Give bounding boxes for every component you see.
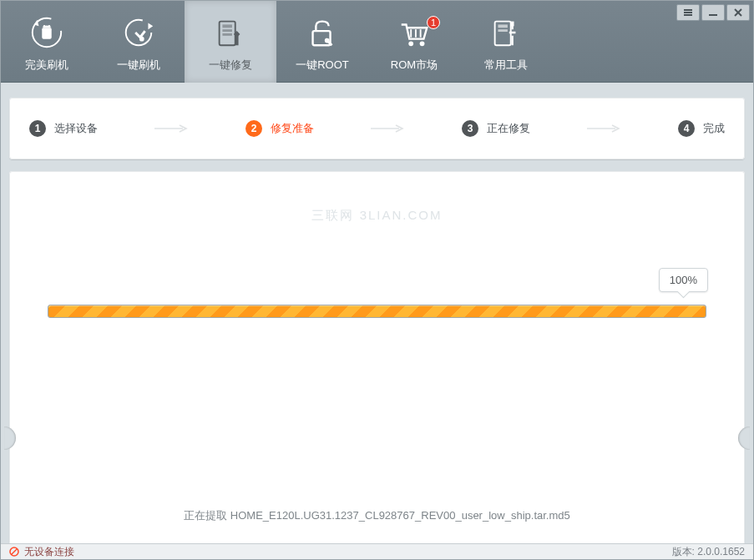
progress-fill	[48, 305, 706, 317]
nav-label: 一键刷机	[117, 58, 160, 73]
top-navbar: 完美刷机 一键刷机 一键修复 一键ROOT 1 ROM市场	[1, 1, 753, 83]
unlock-tap-icon	[304, 14, 341, 51]
step-number: 1	[29, 120, 46, 137]
version-text: 版本: 2.0.0.1652	[672, 545, 745, 559]
step-number: 3	[462, 120, 478, 137]
arrow-icon	[154, 124, 190, 133]
arrow-icon	[587, 124, 622, 133]
window-controls	[675, 4, 750, 21]
svg-rect-0	[684, 12, 692, 13]
nav-label: 一键ROOT	[296, 58, 349, 73]
main-panel: 三联网 3LIAN.COM 100% 正在提取 HOME_E120L.UG31.…	[9, 171, 745, 545]
svg-line-34	[12, 549, 18, 555]
svg-rect-18	[235, 34, 239, 45]
nav-one-key-root[interactable]: 一键ROOT	[276, 1, 368, 83]
device-wrench-icon	[212, 14, 249, 51]
step-number: 2	[245, 120, 262, 137]
svg-point-13	[139, 37, 144, 42]
step-label: 正在修复	[487, 121, 530, 136]
svg-point-11	[126, 20, 152, 46]
svg-rect-2	[684, 14, 692, 16]
svg-rect-29	[511, 22, 514, 27]
svg-rect-17	[222, 33, 231, 36]
settings-button[interactable]	[676, 4, 700, 21]
step-label: 修复准备	[271, 121, 314, 136]
refresh-tap-icon	[120, 14, 157, 51]
nav-rom-market[interactable]: 1 ROM市场	[368, 1, 460, 83]
step-select-device: 1 选择设备	[29, 120, 98, 137]
progress-percent-bubble: 100%	[659, 268, 708, 292]
nav-common-tools[interactable]: 常用工具	[460, 1, 552, 83]
step-repairing: 3 正在修复	[462, 120, 530, 137]
step-complete: 4 完成	[678, 120, 725, 137]
svg-rect-1	[684, 9, 692, 11]
device-status-text: 无设备连接	[24, 545, 74, 559]
progress-area: 100%	[48, 305, 706, 318]
svg-marker-12	[148, 23, 153, 30]
minimize-button[interactable]	[701, 4, 725, 21]
nav-one-key-repair[interactable]: 一键修复	[185, 1, 276, 83]
step-label: 选择设备	[54, 121, 98, 136]
svg-rect-28	[498, 29, 507, 32]
device-tools-icon	[488, 14, 524, 51]
nav-label: 常用工具	[484, 58, 528, 73]
status-bar: 无设备连接 版本: 2.0.0.1652	[1, 543, 753, 559]
nav-label: 完美刷机	[25, 58, 68, 73]
svg-rect-3	[709, 14, 717, 16]
nav-perfect-flash[interactable]: 完美刷机	[1, 1, 93, 83]
step-label: 完成	[703, 121, 725, 136]
svg-rect-27	[498, 24, 507, 28]
no-device-icon	[9, 547, 19, 557]
svg-rect-15	[222, 24, 231, 28]
android-refresh-icon	[28, 14, 65, 51]
close-button[interactable]	[726, 4, 750, 21]
step-number: 4	[678, 120, 695, 137]
badge-icon: 1	[427, 16, 440, 29]
svg-rect-8	[42, 28, 51, 38]
watermark-text: 三联网 3LIAN.COM	[9, 208, 745, 224]
svg-rect-19	[313, 31, 331, 45]
status-text: 正在提取 HOME_E120L.UG31.1237_CL928767_REV00…	[9, 508, 745, 523]
nav-label: 一键修复	[209, 58, 252, 73]
svg-rect-16	[222, 29, 231, 32]
step-indicator: 1 选择设备 2 修复准备 3 正在修复 4 完成	[9, 98, 745, 159]
arrow-icon	[371, 124, 406, 133]
svg-point-25	[420, 42, 425, 47]
nav-one-key-flash[interactable]: 一键刷机	[93, 1, 185, 83]
step-repair-prepare: 2 修复准备	[245, 120, 314, 137]
svg-point-24	[408, 42, 413, 47]
nav-label: ROM市场	[391, 58, 438, 73]
progress-bar	[48, 305, 706, 318]
